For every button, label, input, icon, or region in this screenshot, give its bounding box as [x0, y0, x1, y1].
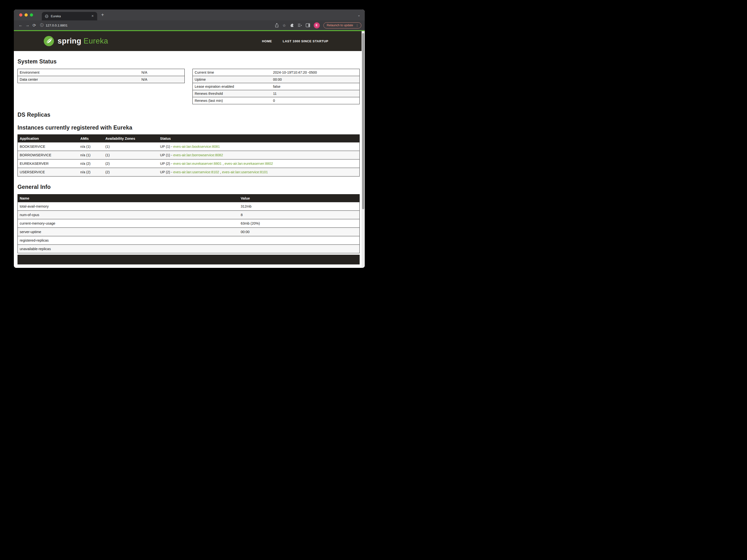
globe-icon	[45, 14, 49, 18]
relaunch-to-update-button[interactable]: Relaunch to update ⋮	[324, 22, 361, 28]
status-label: Lease expiration enabled	[193, 83, 271, 90]
close-window-button[interactable]	[19, 14, 22, 17]
instance-link[interactable]: eves-air.lan:userservice:8101	[222, 170, 268, 174]
cell-application: EUREKASERVER	[18, 159, 78, 168]
back-button[interactable]: ←	[17, 23, 24, 28]
runtime-status-table: Current time 2024-10-19T10:47:20 -0500 U…	[192, 69, 360, 104]
general-info-title: General Info	[18, 184, 360, 190]
table-header-row: Name Value	[18, 195, 360, 202]
page-scrollbar-track[interactable]	[362, 31, 365, 268]
status-label: Renews (last min)	[193, 97, 271, 104]
maximize-window-button[interactable]	[30, 14, 33, 17]
cell-amis: n/a (1)	[78, 151, 104, 159]
cell-name: server-uptime	[18, 228, 239, 236]
tab-close-icon[interactable]: ×	[91, 14, 95, 19]
col-value: Value	[239, 195, 360, 202]
brand-eureka: Eureka	[84, 37, 108, 45]
table-row: unavailable-replicas	[18, 245, 360, 253]
instances-title: Instances currently registered with Eure…	[18, 124, 360, 131]
status-value: 0	[271, 97, 359, 104]
new-tab-button[interactable]: +	[99, 12, 106, 19]
status-value: 11	[271, 90, 359, 97]
next-table-header-peek	[18, 255, 360, 264]
link-separator: ,	[219, 170, 222, 174]
system-status-tables: Environment N/A Data center N/A Current …	[18, 69, 360, 104]
cell-status: UP (2) - eves-air.lan:userservice:8102 ,…	[158, 168, 360, 176]
cell-zones: (1)	[104, 151, 158, 159]
cell-name: registered-replicas	[18, 236, 239, 245]
spring-eureka-logo[interactable]: spring Eureka	[44, 36, 108, 46]
cell-amis: n/a (2)	[78, 168, 104, 176]
cell-value: 312mb	[239, 202, 360, 211]
cell-status: UP (2) - eves-air.lan:eurekaserver:8801 …	[158, 159, 360, 168]
eureka-header: spring Eureka HOME LAST 1000 SINCE START…	[14, 31, 365, 51]
table-row: Uptime 00:00	[193, 76, 360, 83]
minimize-window-button[interactable]	[25, 14, 28, 17]
profile-avatar[interactable]: E	[314, 22, 320, 28]
table-row: Environment N/A	[18, 69, 185, 76]
environment-table: Environment N/A Data center N/A	[18, 69, 185, 83]
brand-spring: spring	[58, 37, 81, 45]
table-row: BOOKSERVICE n/a (1) (1) UP (1) - eves-ai…	[18, 143, 360, 151]
page-scrollbar-thumb[interactable]	[362, 33, 364, 209]
cell-name: num-of-cpus	[18, 211, 239, 219]
side-panel-icon[interactable]	[306, 23, 310, 27]
browser-tab[interactable]: Eureka ×	[42, 12, 97, 20]
page-body: System Status Environment N/A Data cente…	[14, 58, 365, 264]
tab-title: Eureka	[51, 14, 91, 18]
system-status-title: System Status	[18, 58, 360, 65]
bookmark-star-icon[interactable]: ☆	[282, 23, 286, 28]
forward-button[interactable]: →	[24, 23, 31, 28]
instance-link[interactable]: eves-air.lan:bookservice:8081	[173, 145, 220, 149]
status-text: UP (1) -	[160, 145, 174, 149]
cell-amis: n/a (2)	[78, 159, 104, 168]
cell-value: 63mb (20%)	[239, 219, 360, 228]
cell-name: total-avail-memory	[18, 202, 239, 211]
site-info-icon[interactable]: ⓘ	[40, 23, 44, 27]
media-controls-icon[interactable]	[298, 23, 302, 27]
window-controls	[19, 14, 33, 17]
reload-button[interactable]: ⟳	[31, 23, 38, 28]
table-row: current-memory-usage 63mb (20%)	[18, 219, 360, 228]
table-row: USERSERVICE n/a (2) (2) UP (2) - eves-ai…	[18, 168, 360, 176]
link-separator: ,	[222, 162, 225, 166]
instance-link[interactable]: eves-air.lan:userservice:8102	[173, 170, 219, 174]
instance-link[interactable]: eves-air.lan:borrowservice:8082	[173, 153, 223, 157]
col-availability-zones: Availability Zones	[104, 135, 158, 143]
cell-value: 00:00	[239, 228, 360, 236]
col-status: Status	[158, 135, 360, 143]
browser-menu-icon[interactable]: ⋮	[356, 24, 359, 27]
status-value: false	[271, 83, 359, 90]
instance-link[interactable]: eves-air.lan:eurekaserver:8801	[173, 162, 222, 166]
cell-status: UP (1) - eves-air.lan:bookservice:8081	[158, 143, 360, 151]
instance-link[interactable]: eves-air.lan:eurekaserver:8802	[225, 162, 273, 166]
cell-name: current-memory-usage	[18, 219, 239, 228]
cell-status: UP (1) - eves-air.lan:borrowservice:8082	[158, 151, 360, 159]
table-row: Renews (last min) 0	[193, 97, 360, 104]
url-host: 127.0.0.1	[46, 24, 59, 27]
eureka-page: spring Eureka HOME LAST 1000 SINCE START…	[14, 31, 365, 268]
browser-window: Eureka × + ⌄ ← → ⟳ ⓘ 127.0.0.1:8801 ☆	[14, 9, 365, 268]
nav-home[interactable]: HOME	[262, 40, 272, 43]
status-value: N/A	[139, 76, 185, 83]
status-label: Uptime	[193, 76, 271, 83]
extensions-puzzle-icon[interactable]	[290, 23, 294, 27]
cell-amis: n/a (1)	[78, 143, 104, 151]
address-bar[interactable]: ⓘ 127.0.0.1:8801	[40, 23, 275, 27]
col-application: Application	[18, 135, 78, 143]
brand-text: spring Eureka	[58, 37, 108, 46]
share-icon[interactable]	[275, 23, 279, 27]
col-amis: AMIs	[78, 135, 104, 143]
table-row: registered-replicas	[18, 236, 360, 245]
browser-toolbar: ← → ⟳ ⓘ 127.0.0.1:8801 ☆	[14, 20, 365, 30]
spring-leaf-icon	[44, 36, 54, 46]
cell-value	[239, 245, 360, 253]
status-label: Current time	[193, 69, 271, 76]
cell-zones: (1)	[104, 143, 158, 151]
nav-last-1000[interactable]: LAST 1000 SINCE STARTUP	[283, 40, 328, 43]
tab-search-chevron-icon[interactable]: ⌄	[358, 13, 360, 17]
top-navigation: HOME LAST 1000 SINCE STARTUP	[262, 40, 328, 43]
status-text: UP (1) -	[160, 153, 174, 157]
status-label: Data center	[18, 76, 140, 83]
cell-zones: (2)	[104, 159, 158, 168]
